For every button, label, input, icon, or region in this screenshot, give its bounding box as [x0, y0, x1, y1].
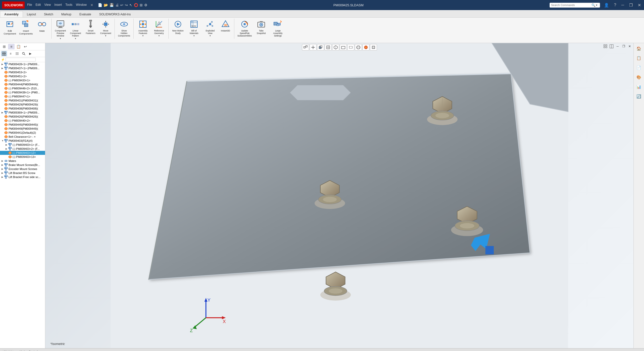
vp-hiddenlines-btn[interactable]: [347, 44, 354, 51]
expand-icon[interactable]: ▶: [2, 168, 4, 170]
panel-view-btn[interactable]: ⊞: [1, 44, 8, 49]
tree-item-item24[interactable]: (-) PM009403<13>: [0, 155, 45, 159]
tree-item-item19[interactable]: Belt Clearance<1> - ×: [0, 135, 45, 139]
search-box[interactable]: 🔍 ▼: [550, 3, 600, 8]
expand-icon[interactable]: ▶: [6, 148, 8, 150]
vp-orient-btn[interactable]: [302, 44, 309, 51]
tree-item-item15[interactable]: (-) PM009440<2>: [0, 119, 45, 123]
menu-window[interactable]: Window: [76, 3, 87, 7]
sw-logo[interactable]: SOLIDWORKS: [2, 2, 25, 9]
vp-square-btn[interactable]: [370, 44, 377, 51]
take-snapshot-button[interactable]: TakeSnapshot: [254, 19, 269, 38]
right-home-btn[interactable]: 🏠: [635, 45, 643, 53]
vp-view-cube-btn[interactable]: [317, 44, 324, 51]
forward-btn[interactable]: ▶: [27, 51, 33, 56]
right-table-btn[interactable]: 📊: [635, 83, 643, 91]
menu-tools[interactable]: Tools: [65, 3, 72, 7]
vp-maximize-btn[interactable]: ❐: [621, 44, 626, 49]
expand-icon[interactable]: ▶: [2, 160, 4, 162]
user-icon[interactable]: 👤: [603, 3, 610, 8]
right-layers-btn[interactable]: 📋: [635, 54, 643, 62]
vp-close-btn[interactable]: ✕: [627, 44, 632, 49]
vp-tile-btn[interactable]: [603, 44, 608, 49]
tree-item-item2[interactable]: ▶PM009437<1> (PM009...: [0, 66, 45, 70]
motion-tab[interactable]: Motion Study 1: [18, 350, 40, 351]
tab-layout[interactable]: Layout: [23, 11, 40, 17]
tree-item-item4[interactable]: PM009451<2>: [0, 74, 45, 78]
tree-item-item16[interactable]: PM009445(PM009445)(: [0, 123, 45, 127]
panel-doc-btn[interactable]: 📋: [15, 44, 22, 49]
tree-item-item18[interactable]: PM009441(Default)(2): [0, 131, 45, 135]
tab-sketch[interactable]: Sketch: [40, 11, 57, 17]
tree-item-item28[interactable]: ▶Lift Bracket BS Screw: [0, 171, 45, 175]
model-tab[interactable]: Model: [2, 350, 14, 351]
update-speedpak-button[interactable]: UpdateSpeedPakSubassemblies: [236, 19, 253, 38]
tree-item-item9[interactable]: (-) PM009447<1>: [0, 94, 45, 98]
menu-edit[interactable]: Edit: [35, 3, 41, 7]
sphere-icon[interactable]: ⭕: [134, 3, 138, 7]
vp-color-btn[interactable]: [362, 44, 369, 51]
vp-section-btn[interactable]: [310, 44, 317, 51]
tree-item-item8[interactable]: (-) PM009438<1> (PM0...: [0, 90, 45, 94]
expand-icon[interactable]: ▶: [2, 67, 4, 69]
settings-icon[interactable]: ⚙: [144, 3, 147, 7]
help-icon[interactable]: ?: [613, 3, 617, 7]
filter-input[interactable]: [6, 58, 36, 61]
tree-item-item27[interactable]: ▶Encoder Mount Screws: [0, 167, 45, 171]
assembly-features-button[interactable]: AssemblyFeatures ▼: [135, 19, 151, 38]
select-icon[interactable]: ↖: [129, 3, 132, 7]
menu-view[interactable]: View: [44, 3, 51, 7]
right-properties-btn[interactable]: 📄: [635, 64, 643, 72]
tree-item-item21[interactable]: ▶(-) PM009403<1> (F...: [0, 143, 45, 147]
vp-3dbox-btn[interactable]: [332, 44, 339, 51]
tree-item-item11[interactable]: PM009429(PM009429)(: [0, 102, 45, 107]
show-hidden-button[interactable]: ShowHiddenComponents: [116, 19, 132, 38]
expand-icon[interactable]: ▶: [2, 111, 4, 114]
menu-file[interactable]: File: [27, 3, 32, 7]
expand-icon[interactable]: ▶: [6, 144, 8, 146]
right-color-btn[interactable]: 🎨: [635, 73, 643, 81]
new-icon[interactable]: 📄: [98, 3, 102, 7]
redo-icon[interactable]: ↪: [125, 3, 128, 7]
tree-item-item5[interactable]: (-) PM009433<1>: [0, 78, 45, 82]
tree-item-item26[interactable]: ▶Brake Mount Screws(Br...: [0, 163, 45, 167]
instant3d-button[interactable]: 3D Instant3D: [218, 19, 233, 38]
expand-icon[interactable]: ▶: [2, 176, 4, 178]
maximize-btn[interactable]: ❐: [628, 3, 634, 8]
search-dropdown-icon[interactable]: ▼: [595, 4, 598, 7]
search-icon[interactable]: 🔍: [591, 3, 595, 7]
panel-list-btn[interactable]: ≡: [8, 44, 15, 49]
config-btn[interactable]: [14, 51, 20, 56]
tree-item-item20[interactable]: ▼PM009403(FEA)(4): [0, 139, 45, 143]
grid-icon[interactable]: ⊞: [140, 3, 143, 7]
vp-minimize-btn[interactable]: ─: [615, 44, 620, 49]
tree-item-item14[interactable]: PM009426(PM009426)(: [0, 115, 45, 119]
large-assembly-button[interactable]: LargeAssemblySettings: [269, 19, 287, 38]
vp-split-btn[interactable]: [609, 44, 614, 49]
insert-components-button[interactable]: InsertComponents: [18, 19, 34, 38]
print-icon[interactable]: 🖨: [115, 3, 119, 7]
menu-insert[interactable]: Insert: [54, 3, 62, 7]
tab-evaluate[interactable]: Evaluate: [75, 11, 95, 17]
reference-geometry-button[interactable]: ReferenceGeometry ▼: [151, 19, 167, 38]
expand-icon[interactable]: ▶: [2, 164, 4, 166]
close-btn[interactable]: ✕: [637, 3, 642, 8]
tree-item-item6[interactable]: PM009444(PM009444)(: [0, 82, 45, 86]
exploded-view-button[interactable]: ExplodedView ▼: [202, 19, 218, 38]
tree-item-item1[interactable]: ▶PM009428<1> (PM009...: [0, 62, 45, 66]
tree-item-item7[interactable]: (-) PM009446<2> (510...: [0, 86, 45, 90]
component-preview-button[interactable]: ComponentPreviewWindow ▼: [53, 19, 68, 40]
search-input[interactable]: [551, 4, 591, 7]
property-tree-btn[interactable]: ≡: [8, 51, 14, 56]
tree-item-item10[interactable]: PM009431(PM009431)(: [0, 98, 45, 102]
vp-front-btn[interactable]: [325, 44, 332, 51]
expand-icon[interactable]: ▶: [2, 172, 4, 174]
tree-item-item3[interactable]: PM009453<2>: [0, 70, 45, 74]
edit-component-button[interactable]: Edit Component: [2, 19, 18, 38]
tree-item-item23[interactable]: (-) PM009403<12>: [0, 151, 45, 155]
search-btn[interactable]: [21, 51, 27, 56]
viewport[interactable]: ─ ❐ ✕: [45, 43, 633, 348]
vp-sphere-btn[interactable]: [355, 44, 362, 51]
minimize-btn[interactable]: ─: [620, 3, 625, 7]
smart-fasteners-button[interactable]: SmartFasteners: [83, 19, 98, 38]
